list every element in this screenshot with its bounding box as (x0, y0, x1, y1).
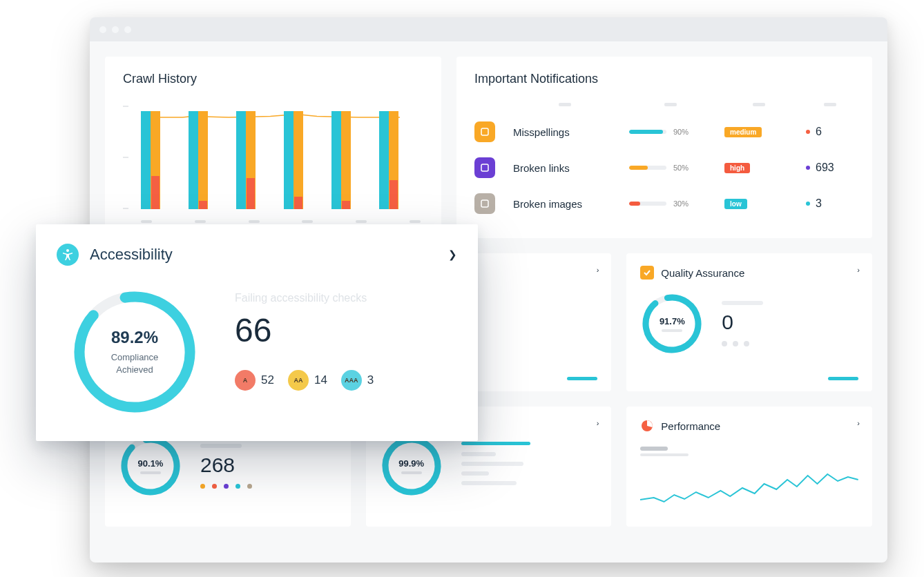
notification-count: 3 (806, 197, 854, 210)
bottom-mid-pct: 99.9% (398, 458, 424, 469)
chevron-right-icon[interactable]: › (597, 419, 599, 427)
performance-card: Performance › (626, 407, 872, 527)
notification-progress: 50% (629, 164, 712, 172)
window-titlebar (90, 17, 887, 41)
wcag-badge: AA (288, 370, 309, 391)
notifications-title: Important Notifications (474, 72, 854, 86)
bottom-mid-ring: 99.9% (380, 434, 443, 498)
pie-icon (640, 419, 654, 433)
window-dot (99, 26, 106, 33)
failing-checks-label: Failing accessibility checks (235, 292, 374, 304)
wcag-count: 14 (314, 373, 327, 387)
bottom-left-pct: 90.1% (138, 458, 164, 469)
notification-icon (474, 121, 495, 142)
notifications-card: Important Notifications Misspellings 90%… (456, 57, 872, 238)
accessibility-pct: 89.2% (111, 328, 158, 347)
window-dot (124, 26, 131, 33)
wcag-level: A52 (235, 370, 274, 391)
crawl-history-chart (123, 106, 423, 223)
crawl-history-card: Crawl History (105, 57, 441, 238)
qa-title: Quality Assurance (661, 267, 744, 279)
chart-y-ticks (123, 106, 134, 209)
svg-rect-2 (481, 200, 488, 207)
wcag-badge: A (235, 370, 256, 391)
severity-badge: low (724, 199, 747, 209)
svg-rect-0 (481, 128, 488, 135)
notification-icon (474, 157, 495, 178)
failing-checks-count: 66 (235, 311, 374, 349)
wcag-level: AAA3 (341, 370, 374, 391)
bar-group (379, 106, 421, 209)
notification-row[interactable]: Misspellings 90% medium 6 (474, 121, 854, 142)
severity-badge: high (724, 163, 750, 173)
notification-progress: 90% (629, 128, 712, 136)
crawl-history-title: Crawl History (123, 72, 423, 86)
notification-count: 693 (806, 162, 854, 174)
chevron-right-icon[interactable]: › (857, 266, 860, 274)
accent-strip (567, 377, 597, 380)
bar-group (284, 106, 325, 209)
legend-dots (200, 484, 252, 489)
accessibility-subtitle: ComplianceAchieved (111, 351, 159, 375)
window-dot (112, 26, 119, 33)
notification-label: Broken links (513, 162, 617, 174)
notifications-header (474, 103, 854, 106)
bar-group (189, 106, 230, 209)
notification-icon (474, 193, 495, 214)
wcag-badge: AAA (341, 370, 362, 391)
accessibility-icon (57, 244, 79, 266)
bar-group (141, 106, 182, 209)
qa-ring: 91.7% (640, 292, 704, 355)
bottom-left-value: 268 (200, 453, 252, 477)
wcag-count: 3 (367, 373, 374, 387)
checkbox-icon (640, 266, 654, 280)
svg-rect-1 (481, 164, 488, 171)
bottom-left-ring: 90.1% (119, 434, 182, 498)
accessibility-card: Accessibility ❯ 89.2% ComplianceAchieved… (36, 224, 478, 441)
notification-label: Broken images (513, 198, 617, 210)
wcag-level: AA14 (288, 370, 327, 391)
accessibility-title: Accessibility (90, 246, 173, 264)
notification-label: Misspellings (513, 126, 617, 138)
wcag-count: 52 (261, 373, 274, 387)
svg-point-10 (66, 249, 69, 252)
chevron-right-icon[interactable]: ❯ (448, 248, 457, 261)
qa-pct: 91.7% (660, 316, 685, 326)
severity-badge: medium (724, 127, 762, 137)
notification-row[interactable]: Broken links 50% high 693 (474, 157, 854, 178)
pager-dots[interactable] (722, 341, 858, 346)
performance-title: Performance (661, 420, 720, 432)
notification-count: 6 (806, 126, 854, 138)
qa-value: 0 (722, 311, 858, 334)
quality-assurance-card: Quality Assurance › 91.7% (626, 253, 872, 391)
chevron-right-icon[interactable]: › (857, 419, 860, 427)
accent-strip (828, 377, 858, 380)
performance-chart (640, 447, 858, 513)
bar-group (236, 106, 278, 209)
notification-progress: 30% (629, 199, 712, 208)
accessibility-ring: 89.2% ComplianceAchieved (69, 286, 200, 418)
notification-row[interactable]: Broken images 30% low 3 (474, 193, 854, 214)
chevron-right-icon[interactable]: › (597, 266, 599, 274)
bar-group (331, 106, 373, 209)
